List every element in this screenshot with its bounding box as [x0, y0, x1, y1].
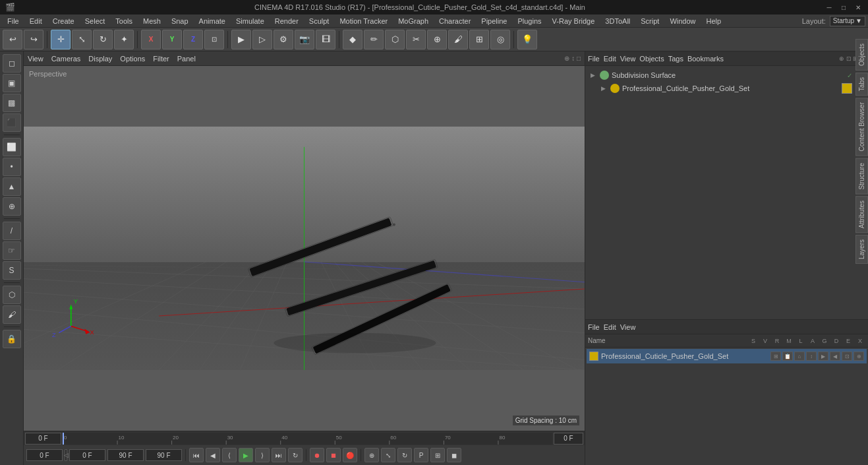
timeline-btn3[interactable]: ⊞: [430, 448, 445, 462]
layers-tab[interactable]: Layers: [855, 235, 868, 264]
objmgr-bookmarks[interactable]: Bookmarks: [687, 55, 724, 63]
grab-button[interactable]: ☞: [3, 241, 21, 260]
menu-pipeline[interactable]: Pipeline: [477, 16, 511, 26]
row-icon-4[interactable]: ↕: [806, 352, 817, 361]
lock-button[interactable]: 🔒: [3, 330, 21, 348]
menu-help[interactable]: Help: [702, 16, 726, 26]
objmgr-objects[interactable]: Objects: [639, 55, 664, 63]
knife-button[interactable]: ✂: [406, 30, 426, 49]
menu-vray[interactable]: V-Ray Bridge: [548, 16, 600, 26]
obj-row-cuticle[interactable]: Professional_Cuticle_Pusher_Gold_Set ⊞ 📋…: [587, 349, 867, 363]
object-mode-button[interactable]: ◆: [343, 30, 362, 49]
menu-create[interactable]: Create: [48, 16, 79, 26]
timeline-prev-button[interactable]: ◁: [65, 449, 67, 461]
render-region-button[interactable]: ▶: [231, 30, 251, 49]
render-multi-button[interactable]: 🎞: [316, 30, 335, 49]
object-axis-button[interactable]: ⊕: [3, 197, 21, 216]
move-tool-button[interactable]: ✛: [51, 30, 71, 49]
menu-script[interactable]: Script: [636, 16, 664, 26]
viewport-3d[interactable]: Perspective: [24, 66, 585, 431]
menu-render[interactable]: Render: [270, 16, 303, 26]
move-timeline-button[interactable]: ⊕: [364, 448, 379, 462]
paint-button[interactable]: 🖌: [448, 30, 468, 49]
texture-button[interactable]: ⬡: [3, 286, 21, 304]
timeline-btn4[interactable]: ◼: [447, 448, 461, 462]
menu-sculpt[interactable]: Sculpt: [304, 16, 334, 26]
close-button[interactable]: ✕: [854, 3, 863, 12]
menu-tools[interactable]: Tools: [111, 16, 137, 26]
row-icon-3[interactable]: ⌂: [794, 352, 805, 361]
menu-motion-tracker[interactable]: Motion Tracker: [335, 16, 392, 26]
objmgr-edit[interactable]: Edit: [604, 55, 616, 63]
line-tool-button[interactable]: /: [3, 222, 21, 240]
point-mode-button[interactable]: •: [3, 158, 21, 176]
x-axis-button[interactable]: X: [141, 30, 161, 49]
timeline-field-end[interactable]: 90 F: [107, 449, 144, 461]
edge-mode-button[interactable]: ⬜: [3, 138, 21, 156]
viewport-menu-options[interactable]: Options: [120, 55, 145, 63]
y-axis-button[interactable]: Y: [162, 30, 182, 49]
menu-character[interactable]: Character: [434, 16, 475, 26]
scale-timeline-button[interactable]: ⤡: [381, 448, 395, 462]
menu-snap[interactable]: Snap: [167, 16, 193, 26]
menu-simulate[interactable]: Simulate: [231, 16, 269, 26]
timeline-field-preview[interactable]: 90 F: [146, 449, 182, 461]
smooth-button[interactable]: S: [3, 261, 21, 280]
front-view-button[interactable]: ⬛: [3, 113, 21, 132]
magnet-button[interactable]: ⊕: [427, 30, 447, 49]
record-button[interactable]: ⏺: [310, 448, 324, 462]
light-button[interactable]: 💡: [517, 30, 537, 49]
viewport-menu-panel[interactable]: Panel: [177, 55, 196, 63]
menu-mesh[interactable]: Mesh: [138, 16, 165, 26]
minimize-button[interactable]: ─: [825, 3, 834, 12]
objpanel-file[interactable]: File: [588, 323, 600, 331]
tabs-tab[interactable]: Tabs: [855, 73, 868, 96]
menu-window[interactable]: Window: [665, 16, 700, 26]
z-axis-button[interactable]: Z: [183, 30, 203, 49]
objpanel-edit[interactable]: Edit: [604, 323, 616, 331]
brush-button[interactable]: ✏: [364, 30, 384, 49]
row-icon-6[interactable]: ◀: [830, 352, 840, 361]
render-settings-button[interactable]: ⚙: [274, 30, 293, 49]
maximize-button[interactable]: □: [839, 3, 848, 12]
menu-mograph[interactable]: MoGraph: [393, 16, 433, 26]
undo-button[interactable]: ↩: [3, 30, 22, 49]
objmgr-tags[interactable]: Tags: [668, 55, 683, 63]
row-icon-8[interactable]: ⊕: [854, 352, 864, 361]
layer-button[interactable]: ◎: [490, 30, 510, 49]
transform-tool-button[interactable]: ✦: [114, 30, 134, 49]
layout-dropdown[interactable]: Startup ▼: [830, 16, 865, 26]
select-button[interactable]: ⊞: [469, 30, 489, 49]
menu-file[interactable]: File: [3, 16, 24, 26]
viewport-menu-display[interactable]: Display: [88, 55, 112, 63]
rotate-tool-button[interactable]: ↻: [93, 30, 113, 49]
play-button[interactable]: ▶: [239, 448, 253, 462]
attributes-tab[interactable]: Attributes: [855, 196, 868, 233]
obj-item-cuticle[interactable]: ▶ Professional_Cuticle_Pusher_Gold_Set: [588, 82, 865, 95]
row-icon-1[interactable]: ⊞: [770, 352, 781, 361]
objmgr-file[interactable]: File: [588, 55, 600, 63]
structure-tab[interactable]: Structure: [855, 158, 868, 195]
rotate-timeline-button[interactable]: ↻: [397, 448, 412, 462]
render-view-button[interactable]: ▷: [252, 30, 272, 49]
step-back-button[interactable]: ⟨: [222, 448, 237, 462]
viewport-menu-view[interactable]: View: [28, 55, 43, 63]
menu-edit[interactable]: Edit: [25, 16, 47, 26]
obj-item-subdivision[interactable]: ▶ Subdivision Surface ✓: [588, 69, 865, 82]
play-backwards-button[interactable]: ◀: [206, 448, 220, 462]
scale-tool-button[interactable]: ⤡: [72, 30, 92, 49]
menu-3dtoall[interactable]: 3DToAll: [600, 16, 635, 26]
row-icon-5[interactable]: ▶: [818, 352, 828, 361]
go-to-end-button[interactable]: ⏭: [272, 448, 286, 462]
go-to-start-button[interactable]: ⏮: [189, 448, 204, 462]
menu-animate[interactable]: Animate: [194, 16, 230, 26]
top-view-button[interactable]: ▣: [3, 74, 21, 92]
timeline-field-current[interactable]: 0 F: [69, 449, 105, 461]
polygon-button[interactable]: ⬡: [385, 30, 405, 49]
step-forward-button[interactable]: ⟩: [255, 448, 270, 462]
objects-tab[interactable]: Objects: [855, 39, 868, 71]
auto-key-button[interactable]: 🔴: [343, 448, 357, 462]
objpanel-view[interactable]: View: [620, 323, 636, 331]
content-browser-tab[interactable]: Content Browser: [855, 98, 868, 156]
redo-button[interactable]: ↪: [24, 30, 43, 49]
